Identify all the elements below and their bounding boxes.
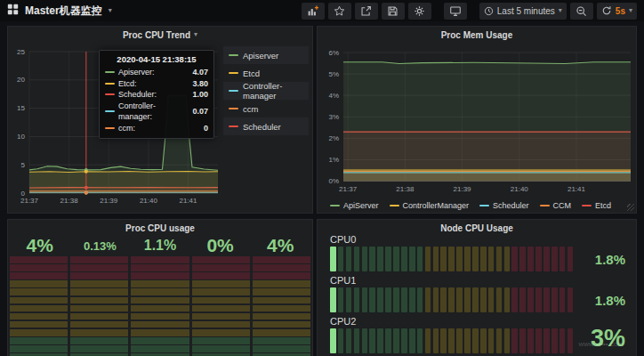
bar-gauge-cell (70, 280, 128, 287)
cycle-view-button[interactable] (444, 3, 467, 20)
bar-gauge-cell (253, 305, 310, 312)
cpu-bar-cell (527, 328, 534, 353)
cpu-bar-cell (433, 247, 439, 271)
bar-gauge-column (192, 256, 250, 356)
settings-button[interactable] (408, 3, 431, 20)
bar-gauge-column (10, 256, 68, 356)
legend-series-label: Etcd (243, 69, 260, 78)
cpu-bar-cell (527, 287, 534, 312)
panel-title-proc-cpu-trend[interactable]: Proc CPU Trend ▾ (8, 27, 312, 43)
bar-gauge-cell (131, 305, 189, 312)
cpu-bar-cell (568, 247, 574, 271)
bar-gauge-cell (253, 321, 310, 328)
refresh-button[interactable]: 5s ▾ (597, 3, 637, 20)
save-button[interactable] (382, 3, 405, 20)
legend-item-etcd[interactable]: Etcd (582, 201, 611, 210)
chevron-down-icon[interactable]: ▾ (109, 7, 112, 14)
panel-resize-handle[interactable] (627, 204, 634, 211)
bar-gauge-cell (10, 280, 68, 287)
panel-proc-mem-usage: Proc Mem Usage 21:3721:3821:3921:4021:41… (317, 26, 637, 214)
legend-item-apiserver[interactable]: Apiserver (223, 46, 309, 64)
cpu-bar-cell (511, 287, 518, 312)
legend-item-ccm[interactable]: ccm (223, 100, 309, 117)
time-range-button[interactable]: Last 5 minutes ▾ (479, 3, 567, 20)
bar-gauge-cell (192, 313, 250, 320)
bar-gauge-cell (70, 272, 128, 279)
tooltip-series-name: Scheduler: (118, 89, 189, 101)
legend-series-label: Etcd (595, 201, 611, 210)
bar-gauge-cell (192, 264, 250, 271)
cpu-bar-cell (448, 247, 455, 271)
cpu-bar-cell (330, 247, 336, 271)
bar-gauge-cell (253, 329, 310, 336)
chevron-down-icon[interactable]: ▾ (629, 7, 632, 14)
cpu-bar-gauge[interactable] (330, 328, 576, 353)
clock-icon (484, 6, 494, 16)
proc-mem-usage-chart[interactable]: 21:3721:3821:3921:4021:410%1%2%3%4%5%6% (318, 43, 636, 196)
cpu-bar-cell (472, 247, 479, 271)
cpu-bar-cell (488, 247, 495, 271)
tooltip-row: Etcd:3.80 (105, 78, 208, 90)
panel-title-node-cpu-usage[interactable]: Node CPU Usage (318, 220, 636, 236)
bar-gauge-cell (192, 288, 250, 295)
chevron-down-icon: ▾ (559, 7, 562, 14)
cpu-bar-gauge[interactable] (330, 287, 576, 312)
add-panel-button[interactable] (302, 3, 325, 20)
tooltip-series-name: Controller-manager: (118, 101, 189, 123)
legend-item-scheduler[interactable]: Scheduler (223, 117, 309, 135)
legend-item-controllermanager[interactable]: ControllerManager (390, 201, 470, 210)
legend-item-controller-manager[interactable]: Controller-manager (223, 82, 309, 100)
star-button[interactable] (328, 3, 351, 20)
chart-legend: ApiServerControllerManagerSchedulerCCMEt… (330, 201, 611, 210)
cpu-bar-cell (385, 247, 391, 271)
bar-gauge-cell (131, 345, 189, 352)
legend-item-scheduler[interactable]: Scheduler (479, 201, 529, 210)
cpu-bar-cell (496, 247, 503, 271)
legend-series-dash (229, 90, 238, 92)
panel-node-cpu-usage: Node CPU Usage CPU01.8%CPU11.8%CPU23% ww… (317, 219, 637, 356)
legend-series-dash (229, 108, 238, 109)
cpu-bar-cell (393, 287, 399, 312)
cpu-bar-gauge[interactable] (330, 247, 576, 271)
cpu-bar-cell (504, 247, 511, 271)
svg-text:21:37: 21:37 (339, 185, 358, 193)
panel-proc-cpu-usage: Proc CPU usage 4%0.13%1.1%0%4% (7, 219, 313, 356)
cpu-bar-cell (385, 287, 391, 312)
cpu-bar-cell (472, 287, 479, 312)
share-button[interactable] (355, 3, 378, 20)
cpu-bar-cell (535, 328, 542, 353)
panel-title-proc-mem-usage[interactable]: Proc Mem Usage (318, 27, 636, 43)
tooltip-series-value: 0 (204, 123, 208, 134)
time-range-label: Last 5 minutes (497, 6, 555, 16)
legend-series-dash (229, 54, 238, 56)
cpu-bar-cell (464, 247, 471, 271)
cpu-bar-cell (551, 287, 558, 312)
cpu-bar-cell (417, 328, 423, 353)
cpu-bar-cell (338, 287, 344, 312)
cpu-bar-cell (409, 247, 415, 271)
legend-series-label: Scheduler (243, 122, 281, 132)
refresh-interval-label[interactable]: 5s (616, 6, 625, 16)
cpu-bar-cell (543, 328, 550, 353)
bar-gauge-cell (192, 280, 250, 287)
cpu-bar-cell (393, 328, 399, 353)
cpu-bar-cell (338, 328, 344, 353)
svg-text:0: 0 (21, 190, 26, 198)
cpu-bar-cell (448, 287, 455, 312)
legend-item-etcd[interactable]: Etcd (223, 64, 309, 82)
cpu-bar-cell (354, 247, 360, 271)
stat-value: 0% (190, 235, 251, 256)
cpu-bar-cell (488, 328, 495, 353)
bar-gauge-column (253, 256, 310, 356)
dashboard-title[interactable]: Master机器监控 (25, 4, 102, 19)
bar-gauge-cell (70, 329, 128, 336)
bar-gauge-cell (131, 256, 189, 263)
svg-text:15: 15 (17, 104, 25, 112)
cpu-bar-cell (362, 247, 368, 271)
zoom-out-button[interactable] (570, 3, 593, 20)
panel-title-proc-cpu-usage[interactable]: Proc CPU usage (8, 220, 312, 236)
legend-item-apiserver[interactable]: ApiServer (330, 201, 379, 210)
cpu-bar-cell (456, 328, 463, 353)
tooltip-series-dash (105, 83, 115, 85)
legend-item-ccm[interactable]: CCM (540, 201, 572, 210)
